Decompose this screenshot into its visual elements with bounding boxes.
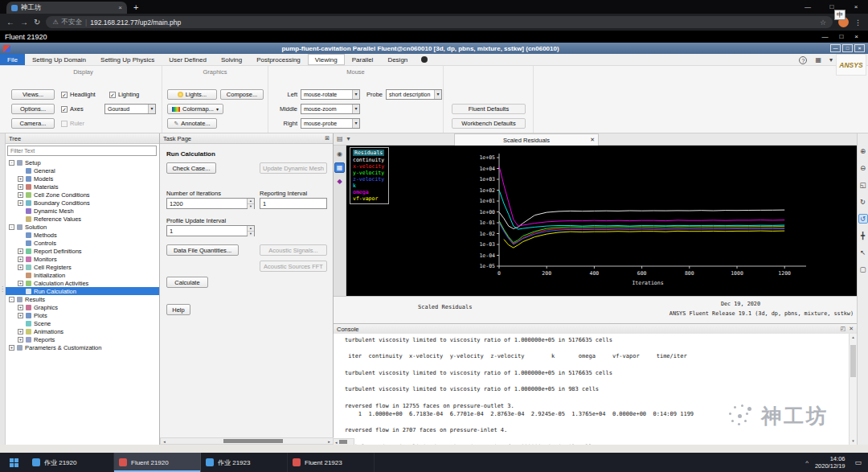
ribbon-tab[interactable]: Postprocessing [249,54,308,65]
checkbox-box[interactable]: ✓ [109,92,116,98]
start-button[interactable] [0,453,27,472]
bookmark-star-icon[interactable]: ☆ [820,18,826,27]
check-case-button[interactable]: Check Case... [166,162,216,174]
view-layout-icon[interactable]: ▤ [337,135,343,142]
options-button[interactable]: Options... [11,104,55,114]
stepper-down-icon[interactable]: ▾ [248,204,254,209]
tree-filter-input[interactable] [7,146,157,156]
lights-button[interactable]: Lights... [167,89,217,100]
overlay-tool-icon[interactable]: ◆ [334,176,345,187]
graphics-tab[interactable]: Scaled Residuals ✕ [454,133,599,146]
scrollbar-thumb[interactable] [850,345,856,377]
chevron-down-icon[interactable]: ▾ [352,90,359,99]
view-menu-icon[interactable]: ▾ [347,135,350,142]
sync-view-icon[interactable]: ↺ [858,214,868,224]
ribbon-tab[interactable]: Parallel [345,54,381,65]
taskbar-button[interactable]: Fluent 21920 [114,453,201,472]
calculate-button[interactable]: Calculate [166,277,208,288]
mouse-right-select[interactable]: mouse-probe ▾ [301,118,360,129]
chevron-down-icon[interactable]: ▾ [352,105,359,113]
console-hscrollbar[interactable]: ◂ [334,438,354,445]
action-center-icon[interactable]: ▭ [851,458,865,466]
tree-expander-icon[interactable]: + [9,345,14,351]
profile-interval-value[interactable]: 1 [167,226,247,236]
probe-select[interactable]: short description ▾ [386,89,442,100]
views-button[interactable]: Views... [11,89,55,100]
ribbon-tab[interactable]: User Defined [162,54,214,65]
back-icon[interactable]: ← [6,18,14,27]
tree-expander-icon[interactable]: + [18,329,23,335]
tree-item[interactable]: Methods [6,231,159,239]
mouse-middle-select[interactable]: mouse-zoom ▾ [301,104,360,114]
tree-expander-icon[interactable]: - [9,224,14,230]
acoustic-sources-fft-button[interactable]: Acoustic Sources FFT [260,261,327,272]
iterations-value[interactable]: 1200 [167,199,247,208]
tree-item[interactable]: + Animations [6,327,159,335]
graphics-canvas[interactable]: 1e+051e+041e+031e+021e+011e+001e-011e-02… [346,146,857,296]
tree-item[interactable]: + Plots [6,311,159,319]
checkbox-box[interactable]: ✓ [61,92,68,98]
residuals-plot[interactable]: 1e+051e+041e+031e+021e+011e+001e-011e-02… [346,146,857,296]
shading-select[interactable]: Gouraud ▾ [104,104,156,114]
tree-item[interactable]: + Cell Zone Conditions [6,191,159,199]
new-tab-button[interactable]: + [133,2,138,12]
task-page-close-icon[interactable]: ⊠ [325,135,330,142]
fluent-defaults-button[interactable]: Fluent Defaults [452,104,526,114]
axes-checkbox[interactable]: ✓ Axes [61,105,84,113]
scroll-right-icon[interactable]: ▸ [326,439,333,444]
tree-expander-icon[interactable]: + [18,176,23,182]
chevron-down-icon[interactable]: ▾ [352,119,359,128]
browser-tab[interactable]: 神工坊 × [6,2,127,14]
forward-icon[interactable]: → [20,18,28,27]
tree-item[interactable]: - Results [6,295,159,303]
record-indicator-icon[interactable] [421,56,428,63]
tray-expand-icon[interactable]: ^ [805,459,809,466]
zoom-in-icon[interactable]: ⊕ [858,146,868,156]
security-warning-icon[interactable]: ⚠ [52,18,58,26]
console-close-icon[interactable]: ✕ [849,326,854,332]
browser-menu-icon[interactable]: ⋮ [854,18,862,27]
stepper-up-icon[interactable]: ▴ [248,199,254,204]
probe-select-icon[interactable]: ↖ [858,248,868,257]
address-bar[interactable]: ⚠ 不安全 | 192.168.212.77/up2/main.php ☆ [46,16,833,28]
scroll-up-icon[interactable]: ▴ [850,334,857,341]
tree-item[interactable]: + Monitors [6,255,159,263]
plot-window-tool-icon[interactable]: ▦ [334,162,345,173]
help-icon[interactable]: ? [799,56,807,64]
ruler-checkbox[interactable]: Ruler [61,120,84,127]
ribbon-options-caret-icon[interactable]: ▾ [829,56,833,64]
zoom-window-icon[interactable]: ▢ [858,265,868,274]
lighting-checkbox[interactable]: ✓ Lighting [109,91,139,98]
stepper-arrows[interactable]: ▴▾ [247,199,254,208]
ribbon-tab[interactable]: Solving [214,54,249,65]
snapshot-tool-icon[interactable]: ◉ [334,149,345,159]
chevron-down-icon[interactable]: ▾ [148,105,155,113]
tree-item[interactable]: General [6,166,159,174]
tree-expander-icon[interactable]: + [18,200,23,206]
tree-expander-icon[interactable]: - [9,160,14,166]
tree-expander-icon[interactable]: + [18,281,23,286]
app-minimize-button[interactable]: — [821,33,828,40]
taskbar-button[interactable]: 作业 21923 [201,453,288,472]
rotate-view-icon[interactable]: ↻ [858,197,868,207]
tree-expander-icon[interactable]: + [18,305,23,310]
workbench-defaults-button[interactable]: Workbench Defaults [452,118,526,129]
ribbon-tab[interactable]: Setting Up Physics [93,54,162,65]
ribbon-tab[interactable]: Setting Up Domain [25,54,93,65]
ribbon-tab[interactable]: Viewing [308,54,345,65]
help-button[interactable]: Help [166,304,190,315]
tree-expander-icon[interactable]: + [18,257,23,262]
tree-expander-icon[interactable]: + [18,313,23,318]
tree-item[interactable]: + Boundary Conditions [6,199,159,207]
tree-item[interactable]: Run Calculation [6,287,159,295]
checkbox-box[interactable]: ✓ [61,106,68,113]
ribbon-tab[interactable]: File [0,54,25,65]
iterations-stepper[interactable]: 1200 ▴▾ [166,198,255,209]
chevron-down-icon[interactable]: ▾ [216,106,219,112]
taskbar-button[interactable]: 作业 21920 [27,453,114,472]
layout-grid-icon[interactable]: ▦ [815,56,821,64]
tree-item[interactable]: Controls [6,239,159,247]
taskbar-button[interactable]: Fluent 21923 [288,453,375,472]
scroll-left-icon[interactable]: ◂ [161,439,168,444]
tree-item[interactable]: + Reports [6,335,159,343]
